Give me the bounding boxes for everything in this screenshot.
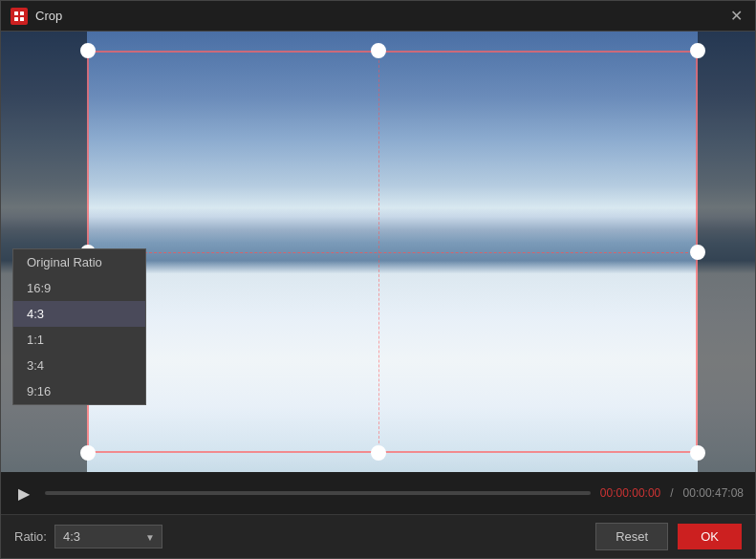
handle-top-left[interactable] (80, 43, 96, 58)
ratio-option-1-1[interactable]: 1:1 (13, 327, 145, 353)
handle-middle-right[interactable] (690, 245, 705, 260)
handle-top-center[interactable] (371, 43, 386, 58)
ratio-option-original[interactable]: Original Ratio (13, 249, 145, 275)
dialog-title: Crop (35, 9, 726, 23)
guide-vertical (378, 51, 379, 453)
overlay-right (698, 32, 755, 472)
app-icon (11, 8, 28, 25)
ratio-option-9-16[interactable]: 9:16 (13, 378, 145, 404)
play-button[interactable]: ▶ (12, 482, 35, 505)
ratio-dropdown-menu: Original Ratio 16:9 4:3 1:1 3:4 9:16 (12, 248, 146, 405)
handle-bottom-left[interactable] (80, 445, 96, 461)
ok-button[interactable]: OK (678, 524, 742, 549)
handle-bottom-center[interactable] (371, 445, 386, 461)
handle-top-right[interactable] (690, 43, 705, 58)
ratio-option-16-9[interactable]: 16:9 (13, 275, 145, 301)
close-button[interactable]: ✕ (726, 7, 745, 26)
ratio-select-wrapper: Original Ratio 16:9 4:3 1:1 3:4 9:16 (54, 525, 162, 548)
video-area: Original Ratio 16:9 4:3 1:1 3:4 9:16 (1, 32, 755, 472)
playback-controls: ▶ 00:00:00:00 / 00:00:47:08 (1, 472, 755, 514)
svg-rect-1 (20, 11, 24, 15)
timeline[interactable] (45, 491, 591, 495)
time-current: 00:00:00:00 (600, 486, 660, 500)
time-separator: / (670, 486, 673, 500)
ratio-option-3-4[interactable]: 3:4 (13, 353, 145, 378)
content-area: Original Ratio 16:9 4:3 1:1 3:4 9:16 ▶ 0… (1, 32, 755, 514)
handle-bottom-right[interactable] (690, 445, 705, 461)
ratio-select[interactable]: Original Ratio 16:9 4:3 1:1 3:4 9:16 (54, 525, 162, 548)
title-bar: Crop ✕ (1, 1, 755, 32)
svg-rect-2 (14, 17, 18, 21)
ratio-label: Ratio: (14, 529, 47, 544)
crop-dialog: Crop ✕ Original (0, 0, 756, 559)
ratio-option-4-3[interactable]: 4:3 (13, 301, 145, 327)
svg-rect-3 (20, 17, 24, 21)
svg-rect-0 (14, 11, 18, 15)
guide-horizontal (87, 252, 698, 253)
footer: Ratio: Original Ratio 16:9 4:3 1:1 3:4 9… (1, 514, 755, 558)
reset-button[interactable]: Reset (595, 523, 668, 550)
time-total: 00:00:47:08 (683, 486, 744, 500)
